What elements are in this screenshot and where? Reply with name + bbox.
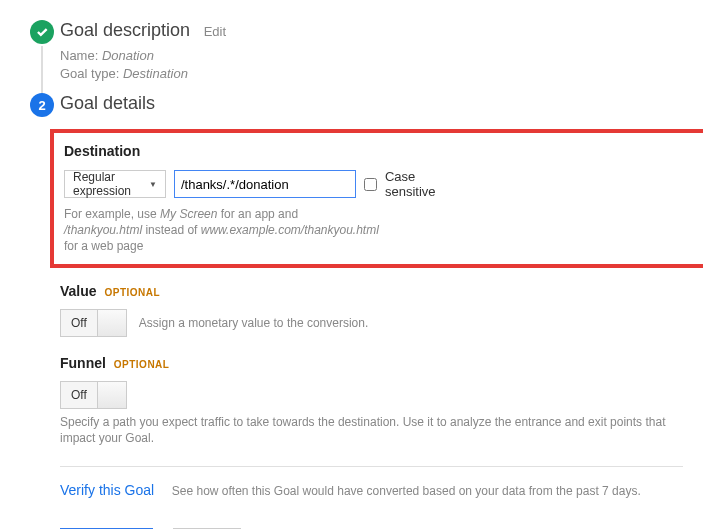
case-sensitive-checkbox[interactable]	[364, 178, 377, 191]
destination-heading: Destination	[64, 143, 379, 159]
name-value: Donation	[102, 48, 154, 63]
name-label: Name:	[60, 48, 98, 63]
edit-link[interactable]: Edit	[204, 24, 226, 39]
funnel-heading: Funnel OPTIONAL	[60, 355, 683, 371]
value-heading: Value OPTIONAL	[60, 283, 683, 299]
match-type-dropdown[interactable]: Regular expression ▼	[64, 170, 166, 198]
step-complete-icon	[30, 20, 54, 44]
destination-input[interactable]	[174, 170, 356, 198]
toggle-handle	[98, 310, 126, 336]
optional-badge: OPTIONAL	[114, 359, 170, 370]
step1-title: Goal description	[60, 20, 190, 41]
step2-title: Goal details	[60, 93, 155, 114]
verify-helper: See how often this Goal would have conve…	[172, 484, 641, 498]
type-value: Destination	[123, 66, 188, 81]
funnel-helper: Specify a path you expect traffic to tak…	[60, 415, 680, 446]
toggle-handle	[98, 382, 126, 408]
type-label: Goal type:	[60, 66, 119, 81]
value-toggle-label: Off	[61, 310, 98, 336]
funnel-toggle-label: Off	[61, 382, 98, 408]
verify-goal-link[interactable]: Verify this Goal	[60, 482, 154, 498]
step-number-icon: 2	[30, 93, 54, 117]
value-helper: Assign a monetary value to the conversio…	[139, 316, 368, 330]
highlight-annotation: Destination Regular expression ▼ Case se…	[50, 129, 703, 268]
chevron-down-icon: ▼	[149, 180, 157, 189]
value-toggle[interactable]: Off	[60, 309, 127, 337]
funnel-toggle[interactable]: Off	[60, 381, 127, 409]
destination-helper: For example, use My Screen for an app an…	[64, 207, 379, 254]
match-type-value: Regular expression	[73, 170, 131, 198]
case-sensitive-label: Case sensitive	[385, 169, 436, 199]
optional-badge: OPTIONAL	[104, 287, 160, 298]
